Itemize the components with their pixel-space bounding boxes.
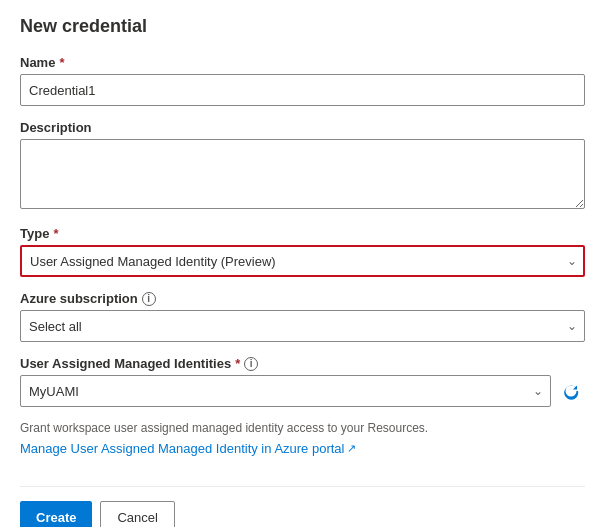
uami-label: User Assigned Managed Identities* i	[20, 356, 585, 371]
azure-sub-dropdown-wrapper: Select all ⌄	[20, 310, 585, 342]
name-required-star: *	[59, 55, 64, 70]
footer-actions: Create Cancel	[20, 501, 585, 527]
uami-group: User Assigned Managed Identities* i MyUA…	[20, 356, 585, 407]
create-button[interactable]: Create	[20, 501, 92, 527]
uami-dropdown-wrapper: MyUAMI ⌄	[20, 375, 551, 407]
uami-required-star: *	[235, 356, 240, 371]
footer-divider	[20, 486, 585, 487]
description-label: Description	[20, 120, 585, 135]
name-input[interactable]	[20, 74, 585, 106]
uami-refresh-button[interactable]	[557, 375, 585, 407]
uami-dropdown-row: MyUAMI ⌄	[20, 375, 585, 407]
azure-sub-dropdown[interactable]: Select all	[20, 310, 585, 342]
azure-sub-label: Azure subscription i	[20, 291, 585, 306]
page-title: New credential	[20, 16, 585, 37]
uami-info-icon[interactable]: i	[244, 357, 258, 371]
uami-dropdown[interactable]: MyUAMI	[20, 375, 551, 407]
info-text: Grant workspace user assigned managed id…	[20, 421, 585, 435]
name-group: Name*	[20, 55, 585, 106]
azure-sub-info-icon[interactable]: i	[142, 292, 156, 306]
cancel-button[interactable]: Cancel	[100, 501, 174, 527]
type-required-star: *	[53, 226, 58, 241]
type-group: Type* User Assigned Managed Identity (Pr…	[20, 226, 585, 277]
refresh-icon	[562, 382, 580, 400]
type-label: Type*	[20, 226, 585, 241]
name-label: Name*	[20, 55, 585, 70]
manage-uami-link[interactable]: Manage User Assigned Managed Identity in…	[20, 441, 356, 456]
description-group: Description	[20, 120, 585, 212]
type-dropdown-wrapper: User Assigned Managed Identity (Preview)…	[20, 245, 585, 277]
type-dropdown[interactable]: User Assigned Managed Identity (Preview)	[20, 245, 585, 277]
description-textarea[interactable]	[20, 139, 585, 209]
azure-sub-group: Azure subscription i Select all ⌄	[20, 291, 585, 342]
external-link-icon: ↗	[347, 442, 356, 455]
